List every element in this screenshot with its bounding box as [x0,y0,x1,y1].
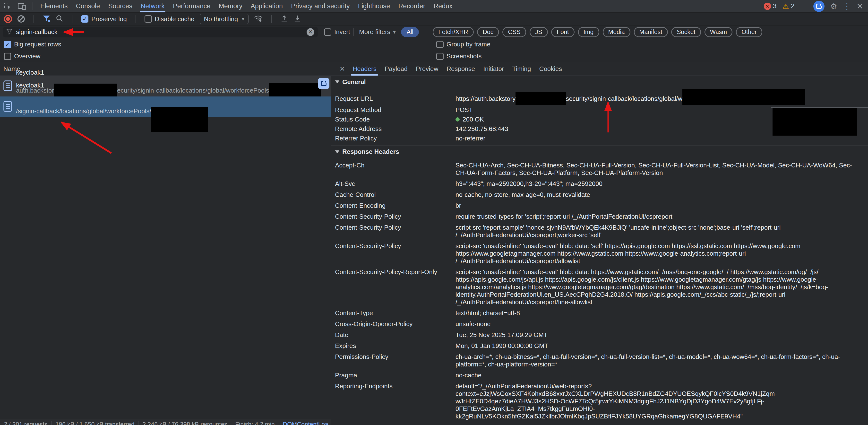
request-type-chip[interactable]: Font [551,27,575,37]
response-header-row: Cross-Origin-Opener-Policy unsafe-none [331,318,868,330]
detail-tab[interactable]: Payload [381,62,412,75]
document-icon [3,80,12,93]
chip-all[interactable]: All [401,27,419,37]
status-ok-dot-icon [456,117,460,121]
more-filters-button[interactable]: More filters ▾ [359,28,396,36]
main-tab[interactable]: Redux [430,0,457,12]
export-har-icon[interactable] [293,14,301,23]
chip-label: Img [584,28,594,35]
ai-assistance-icon[interactable] [813,1,825,12]
inspect-element-icon[interactable] [3,2,12,11]
device-toolbar-icon[interactable] [18,2,27,10]
detail-tab[interactable]: Preview [412,62,442,75]
header-name: Content-Security-Policy [335,213,456,220]
preserve-log-checkbox[interactable]: ✓ Preserve log [81,15,127,23]
request-type-chip[interactable]: Img [578,27,599,37]
filter-input[interactable]: signin-callback ✕ [3,27,318,37]
filter-funnel-icon[interactable] [42,15,50,23]
header-name: Pragma [335,371,456,379]
detail-tab[interactable]: Headers [348,62,380,75]
detail-tab[interactable]: Initiator [479,62,508,75]
detail-tab[interactable]: Response [442,62,479,75]
main-tab[interactable]: Recorder [394,0,430,12]
main-tabs: Elements Console Sources Network Perform… [36,0,457,12]
invert-label: Invert [334,28,350,36]
main-tab[interactable]: Sources [104,0,136,12]
warning-count: 2 [791,2,795,10]
request-type-chip[interactable]: JS [530,27,548,37]
main-tab[interactable]: Application [247,0,287,12]
kebab-menu-icon[interactable]: ⋮ [843,2,851,10]
request-type-chip[interactable]: Wasm [705,27,733,37]
header-value: h3=":443"; ma=2592000,h3-29=":443"; ma=2… [456,180,859,188]
disable-cache-checkbox[interactable]: ✓ Disable cache [145,15,194,23]
main-tab[interactable]: Elements [36,0,72,12]
network-conditions-icon[interactable] [254,14,262,23]
request-type-chip[interactable]: Media [603,27,630,37]
header-value: default="/_/AuthPortalFederationUi/web-r… [456,383,859,420]
divider [135,15,136,23]
chip-label: Wasm [710,28,727,35]
request-type-chip[interactable]: Fetch/XHR [433,27,473,37]
request-type-chip[interactable]: Other [736,27,762,37]
header-name: Alt-Svc [335,180,456,188]
import-har-icon[interactable] [280,14,288,23]
ai-assistance-row-button[interactable] [318,78,330,89]
main-tab[interactable]: Privacy and security [287,0,354,12]
header-value: Tue, 25 Nov 2025 17:09:29 GMT [456,331,859,339]
settings-gear-icon[interactable]: ⚙ [830,2,837,10]
response-headers-section-header[interactable]: Response Headers [331,146,868,158]
status-bar-domcontentloaded[interactable]: DOMContentLoa [279,421,331,425]
warning-badge[interactable]: ⚠ 2 [782,2,795,10]
request-type-chip[interactable]: Manifest [634,27,668,37]
detail-tab[interactable]: Cookies [535,62,566,75]
error-badge[interactable]: ✕ 3 [764,2,777,10]
divider [426,28,426,36]
field-label: Remote Address [335,125,456,133]
field-label: Referrer Policy [335,134,456,142]
main-tab[interactable]: Console [72,0,104,12]
response-header-row: Permissions-Policy ch-ua-arch=*, ch-ua-b… [331,352,868,370]
tab-label: Console [76,2,100,10]
tab-label: Lighthouse [358,2,390,10]
request-type-chip[interactable]: CSS [502,27,526,37]
clear-network-log-icon[interactable] [18,15,25,23]
divider [33,15,34,23]
close-devtools-icon[interactable]: ✕ [857,2,863,10]
request-type-chip[interactable]: Doc [477,27,499,37]
chip-label: Other [741,28,757,35]
search-icon[interactable] [56,14,63,23]
screenshots-checkbox[interactable]: ✓ Screenshots [436,53,482,60]
main-tab[interactable]: Lighthouse [354,0,394,12]
request-type-chips: All Fetch/XHR Doc CSS [401,27,762,37]
header-name: Cache-Control [335,191,456,199]
close-detail-icon[interactable]: ✕ [336,65,348,73]
detail-tab-label: Response [446,65,475,73]
warning-icon: ⚠ [782,3,789,10]
throttling-value: No throttling [204,15,238,23]
chip-label: JS [535,28,542,35]
tab-label: Performance [173,2,211,10]
response-header-row: Content-Type text/html; charset=utf-8 [331,308,868,318]
detail-tab-label: Headers [352,65,376,73]
throttling-select[interactable]: No throttling ▾ [200,14,248,24]
referrer-policy-value: no-referrer [456,134,868,142]
header-value: ESF [456,424,859,425]
clear-filter-icon[interactable]: ✕ [307,28,314,36]
header-value: require-trusted-types-for 'script';repor… [456,213,859,220]
detail-tab[interactable]: Timing [508,62,535,75]
request-type-chip[interactable]: Socket [671,27,701,37]
request-url: /signin-callback/locations/global/workfo… [16,90,208,132]
big-request-rows-checkbox[interactable]: ✓ Big request rows [4,40,436,48]
main-tab[interactable]: Network [136,0,169,12]
main-tab[interactable]: Memory [215,0,247,12]
record-network-log-button[interactable] [4,15,12,23]
request-row-keycloak1-selected[interactable]: keycloak1 /signin-callback/locations/glo… [0,96,331,117]
overview-checkbox[interactable]: ✓ Overview [4,53,436,60]
group-by-frame-checkbox[interactable]: ✓ Group by frame [436,40,491,48]
invert-checkbox[interactable]: ✓ Invert [324,28,350,36]
general-section-header[interactable]: General [331,76,868,88]
header-value: script-src 'unsafe-inline' 'unsafe-eval'… [456,268,859,306]
disclosure-triangle-icon [335,81,339,83]
main-tab[interactable]: Performance [169,0,215,12]
